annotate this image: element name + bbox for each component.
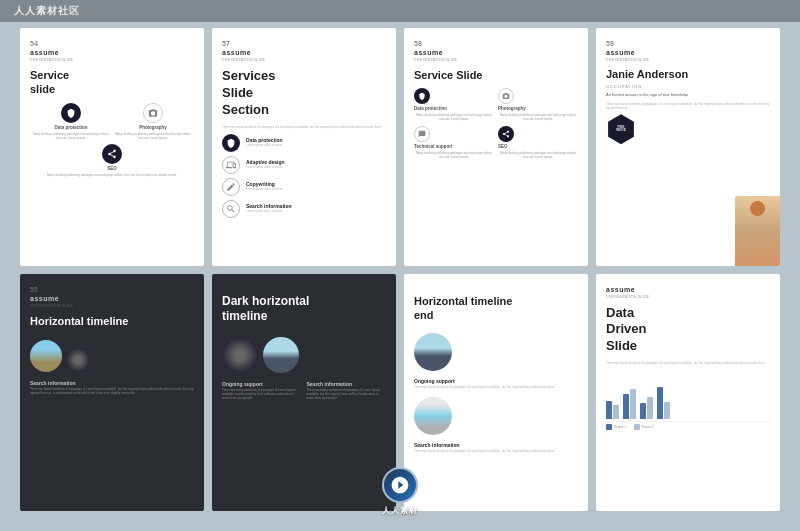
s6-label-1: Ongoing support bbox=[222, 381, 302, 387]
icon-label-photo: Photography bbox=[139, 125, 167, 130]
brand-1: assume bbox=[30, 49, 194, 56]
timeline-images bbox=[30, 340, 194, 374]
bar-1b bbox=[613, 405, 619, 419]
slide-title-3: Service Slide bbox=[414, 68, 578, 82]
icon-item-seo: SEO Many desktop publishing packages and… bbox=[47, 144, 177, 177]
s2-desc-4: Lorem ipsum dolor sit amet. bbox=[246, 210, 386, 214]
slide-title-6: Dark horizontaltimeline bbox=[222, 294, 386, 325]
person-photo bbox=[735, 196, 780, 266]
slide-6: Dark horizontaltimeline Ongoing support … bbox=[212, 274, 396, 512]
slide-number-3: 58 bbox=[414, 40, 578, 47]
s2-row-3: Copywriting Lorem ipsum dolor sit amet. bbox=[222, 178, 386, 196]
timeline-desc: There are many variations of passages of… bbox=[30, 387, 194, 395]
slide-number-4: 59 bbox=[606, 40, 770, 47]
s2-desc-3: Lorem ipsum dolor sit amet. bbox=[246, 188, 386, 192]
brand-2: assume bbox=[222, 49, 386, 56]
slide-title-1: Serviceslide bbox=[30, 68, 194, 97]
legend-color-1 bbox=[606, 424, 612, 430]
slide-title-8: DataDrivenSlide bbox=[606, 305, 770, 356]
tagline-1: PRESENTATION SLIDE bbox=[30, 57, 194, 62]
slides-grid: 54 assume PRESENTATION SLIDE Serviceslid… bbox=[0, 0, 800, 531]
s6-img-2 bbox=[263, 337, 299, 373]
legend-2: Project 2 bbox=[634, 424, 654, 430]
top-banner: 人人素材社区 bbox=[0, 0, 800, 22]
icon-desc-3: Many desktop publishing packages and web… bbox=[47, 173, 177, 177]
brand-3: assume bbox=[414, 49, 578, 56]
banner-text: 人人素材社区 bbox=[14, 4, 80, 18]
tagline-8: PRESENTATION SLIDE bbox=[606, 294, 770, 299]
s2-text-4: Search information Lorem ipsum dolor sit… bbox=[246, 203, 386, 214]
slide-title-2: ServicesSlideSection bbox=[222, 68, 386, 119]
slide-number-2: 57 bbox=[222, 40, 386, 47]
slide2-desc: There are many variations of passages of… bbox=[222, 125, 386, 129]
s3-icon-2 bbox=[498, 88, 514, 104]
s3-desc-4: Many desktop publishing packages and web… bbox=[498, 151, 578, 159]
brand-5: assume bbox=[30, 295, 194, 302]
chart-legend: Project 1 Project 2 bbox=[606, 424, 770, 430]
tagline-4: PRESENTATION SLIDE bbox=[606, 57, 770, 62]
brand-8: assume bbox=[606, 286, 770, 293]
s2-icon-adaptive bbox=[222, 156, 240, 174]
s2-icon-protection bbox=[222, 134, 240, 152]
tagline-2: PRESENTATION SLIDE bbox=[222, 57, 386, 62]
s7-item-2: Search information There are many variat… bbox=[414, 442, 578, 453]
s3-icon-3 bbox=[414, 126, 430, 142]
person-quote: An honest answer is the sign of true fri… bbox=[606, 92, 770, 98]
s6-label-2: Search information bbox=[307, 381, 387, 387]
s6-timeline-images bbox=[222, 337, 386, 375]
s3-label-1: Data protection bbox=[414, 106, 447, 111]
s3-item-3: Technical support Many desktop publishin… bbox=[414, 126, 494, 159]
brand-4: assume bbox=[606, 49, 770, 56]
slide-number-1: 54 bbox=[30, 40, 194, 47]
slide-1: 54 assume PRESENTATION SLIDE Serviceslid… bbox=[20, 28, 204, 266]
chart-desc: There are many variations of passages of… bbox=[606, 361, 770, 365]
s3-item-1: Data protection Many desktop publishing … bbox=[414, 88, 494, 121]
s7-img-1 bbox=[414, 333, 452, 371]
bar-1a bbox=[606, 401, 612, 419]
s2-row-2: Adaptive design Lorem ipsum dolor sit am… bbox=[222, 156, 386, 174]
timeline-label: Search information bbox=[30, 380, 194, 386]
s3-item-4: SEO Many desktop publishing packages and… bbox=[498, 126, 578, 159]
s6-item-2: Search information There are many variat… bbox=[307, 381, 387, 401]
s2-icon-copywriting bbox=[222, 178, 240, 196]
s3-desc-3: Many desktop publishing packages and web… bbox=[414, 151, 494, 159]
s7-desc-1: There are many variations of passages of… bbox=[414, 385, 578, 389]
bar-group-2 bbox=[623, 389, 636, 419]
icon-circle-dark bbox=[61, 103, 81, 123]
s6-img-1 bbox=[222, 337, 258, 373]
bar-4b bbox=[664, 402, 670, 419]
icon-circle-outline bbox=[143, 103, 163, 123]
icon-label-seo: SEO bbox=[107, 166, 117, 171]
legend-label-1: Project 1 bbox=[614, 425, 626, 429]
s3-grid: Data protection Many desktop publishing … bbox=[414, 88, 578, 159]
s3-icon-1 bbox=[414, 88, 430, 104]
s3-label-2: Photography bbox=[498, 106, 526, 111]
s3-label-4: SEO bbox=[498, 144, 508, 149]
timeline-img-1 bbox=[30, 340, 62, 372]
s6-item-1: Ongoing support There are many variation… bbox=[222, 381, 302, 401]
s6-items: Ongoing support There are many variation… bbox=[222, 381, 386, 401]
s3-desc-1: Many desktop publishing packages and web… bbox=[414, 113, 494, 121]
slide-8: assume PRESENTATION SLIDE DataDrivenSlid… bbox=[596, 274, 780, 512]
s7-img-row-2 bbox=[414, 397, 578, 437]
slide-title-7: Horizontal timelineend bbox=[414, 294, 578, 323]
icon-item-photo: Photography Many desktop publishing pack… bbox=[112, 103, 194, 140]
person-name: Janie Anderson bbox=[606, 68, 770, 81]
s3-label-3: Technical support bbox=[414, 144, 452, 149]
slide-3: 58 assume PRESENTATION SLIDE Service Sli… bbox=[404, 28, 588, 266]
s2-desc-2: Lorem ipsum dolor sit amet. bbox=[246, 166, 386, 170]
bar-4a bbox=[657, 387, 663, 419]
s2-desc-1: Lorem ipsum dolor sit amet. bbox=[246, 144, 386, 148]
slide-5: 55 assume PRESENTATION SLIDE Horizontal … bbox=[20, 274, 204, 512]
legend-label-2: Project 2 bbox=[642, 425, 654, 429]
legend-color-2 bbox=[634, 424, 640, 430]
s3-item-2: Photography Many desktop publishing pack… bbox=[498, 88, 578, 121]
s6-desc-2: There are many variations of passages of… bbox=[307, 388, 387, 401]
s7-img-2 bbox=[414, 397, 452, 435]
tagline-3: PRESENTATION SLIDE bbox=[414, 57, 578, 62]
s2-row-4: Search information Lorem ipsum dolor sit… bbox=[222, 200, 386, 218]
s2-icon-search bbox=[222, 200, 240, 218]
s2-text-3: Copywriting Lorem ipsum dolor sit amet. bbox=[246, 181, 386, 192]
slide-2: 57 assume PRESENTATION SLIDE ServicesSli… bbox=[212, 28, 396, 266]
s2-row-1: Data protection Lorem ipsum dolor sit am… bbox=[222, 134, 386, 152]
